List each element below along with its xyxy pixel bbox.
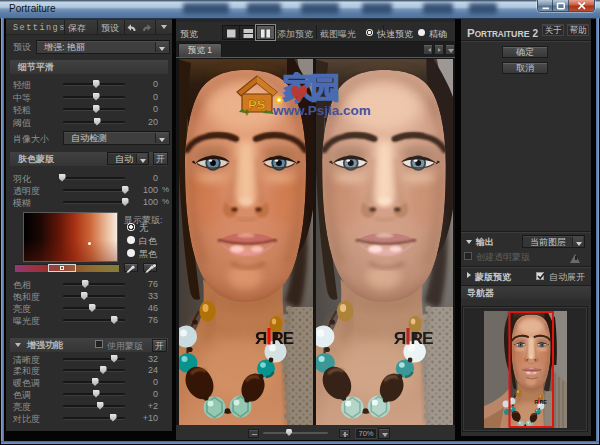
svg-text:PS: PS: [248, 97, 266, 112]
svg-text:家园: 家园: [283, 72, 338, 104]
